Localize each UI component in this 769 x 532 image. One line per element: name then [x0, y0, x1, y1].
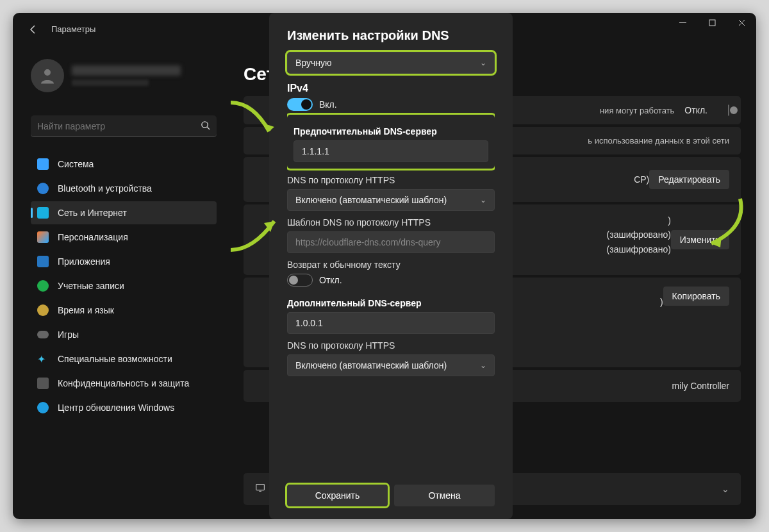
sidebar-item-accounts[interactable]: Учетные записи [31, 274, 217, 297]
sidebar-item-label: Игры [58, 329, 79, 340]
window-controls [668, 13, 756, 32]
person-icon [37, 280, 49, 292]
toggle-off-icon[interactable] [728, 105, 729, 115]
chevron-down-icon: ⌄ [722, 484, 729, 494]
svg-rect-0 [709, 20, 715, 26]
sidebar-item-network[interactable]: Сеть и Интернет [31, 201, 217, 224]
sidebar-item-label: Сеть и Интернет [58, 208, 127, 218]
minimize-button[interactable] [668, 13, 697, 32]
help-icon [255, 482, 267, 496]
copy-button[interactable]: Копировать [663, 287, 729, 306]
search-box[interactable] [31, 115, 217, 137]
paintbrush-icon [37, 231, 49, 243]
metered-state: Откл. [684, 105, 707, 115]
sidebar-item-update[interactable]: Центр обновления Windows [31, 396, 217, 419]
ipv4-heading: IPv4 [287, 83, 495, 94]
gamepad-icon [37, 329, 49, 340]
dns-dialog: Изменить настройки DNS Вручную ⌄ IPv4 Вк… [269, 13, 513, 519]
bluetooth-icon [37, 183, 49, 194]
edit-ip-button[interactable]: Редактировать [649, 170, 729, 189]
sidebar-item-bluetooth[interactable]: Bluetooth и устройства [31, 177, 217, 200]
accessibility-icon: ✦ [37, 353, 49, 365]
edit-dns-button[interactable]: Изменить [671, 230, 729, 249]
doh2-value: Включено (автоматический шаблон) [295, 360, 447, 370]
dns-mode-value: Вручную [295, 58, 332, 68]
fallback-toggle-label: Откл. [319, 275, 342, 285]
sidebar-item-accessibility[interactable]: ✦Специальные возможности [31, 347, 217, 370]
doh-select[interactable]: Включено (автоматический шаблон) ⌄ [287, 189, 495, 211]
apps-icon [37, 256, 49, 267]
preferred-dns-input[interactable]: 1.1.1.1 [294, 140, 488, 162]
fallback-toggle[interactable] [287, 274, 313, 287]
sidebar-item-system[interactable]: Система [31, 153, 217, 176]
sidebar-item-gaming[interactable]: Игры [31, 323, 217, 346]
wifi-icon [37, 207, 49, 219]
profile-text [72, 65, 181, 86]
sidebar-item-label: Центр обновления Windows [58, 403, 174, 413]
profile-block[interactable] [31, 59, 181, 92]
save-button[interactable]: Сохранить [287, 485, 388, 506]
doh-value: Включено (автоматический шаблон) [295, 195, 447, 205]
svg-point-1 [44, 69, 51, 76]
preferred-dns-label: Предпочтительный DNS-сервер [294, 126, 488, 137]
sidebar-item-label: Время и язык [58, 305, 114, 315]
ipv4-toggle-label: Вкл. [319, 99, 337, 110]
avatar-icon [31, 59, 64, 92]
alt-dns-label: Дополнительный DNS-сервер [287, 298, 495, 308]
search-icon [201, 121, 210, 132]
sidebar-item-apps[interactable]: Приложения [31, 250, 217, 273]
maximize-button[interactable] [697, 13, 727, 32]
sidebar-item-label: Конфиденциальность и защита [58, 378, 189, 388]
sidebar-item-label: Система [58, 159, 94, 169]
sidebar-item-privacy[interactable]: Конфиденциальность и защита [31, 372, 217, 395]
close-button[interactable] [727, 13, 756, 32]
sidebar-item-label: Bluetooth и устройства [58, 183, 152, 194]
sidebar-item-time[interactable]: Время и язык [31, 299, 217, 322]
shield-icon [37, 378, 49, 389]
dialog-title: Изменить настройки DNS [287, 28, 495, 43]
sidebar-item-label: Учетные записи [58, 281, 124, 291]
sidebar-item-personalization[interactable]: Персонализация [31, 226, 217, 249]
alt-dns-input[interactable]: 1.0.0.1 [287, 312, 495, 334]
fallback-label: Возврат к обычному тексту [287, 260, 495, 270]
update-icon [37, 402, 49, 413]
svg-rect-3 [256, 485, 265, 490]
sidebar-item-label: Специальные возможности [58, 354, 172, 364]
svg-point-2 [202, 121, 208, 127]
back-button[interactable] [28, 24, 38, 37]
app-title: Параметры [51, 24, 95, 34]
sidebar-item-label: Персонализация [58, 232, 128, 242]
chevron-down-icon: ⌄ [480, 58, 486, 67]
sidebar-item-label: Приложения [58, 256, 110, 267]
template-label: Шаблон DNS по протоколу HTTPS [287, 217, 495, 228]
system-icon [37, 158, 49, 170]
sidebar-nav: Система Bluetooth и устройства Сеть и Ин… [31, 153, 217, 419]
cancel-button[interactable]: Отмена [394, 485, 495, 506]
settings-window: Параметры Система Bluetooth и устройства… [13, 13, 756, 519]
search-input[interactable] [37, 121, 201, 131]
template-input: https://cloudflare-dns.com/dns-query [287, 231, 495, 253]
ipv4-toggle[interactable] [287, 98, 313, 111]
doh2-select[interactable]: Включено (автоматический шаблон) ⌄ [287, 354, 495, 376]
datalimit-text: ь использование данных в этой сети [588, 136, 729, 145]
chevron-down-icon: ⌄ [480, 195, 486, 204]
clock-icon [37, 304, 49, 316]
doh2-label: DNS по протоколу HTTPS [287, 340, 495, 351]
doh-label: DNS по протоколу HTTPS [287, 175, 495, 185]
chevron-down-icon: ⌄ [480, 361, 486, 370]
dns-mode-select[interactable]: Вручную ⌄ [287, 52, 495, 74]
